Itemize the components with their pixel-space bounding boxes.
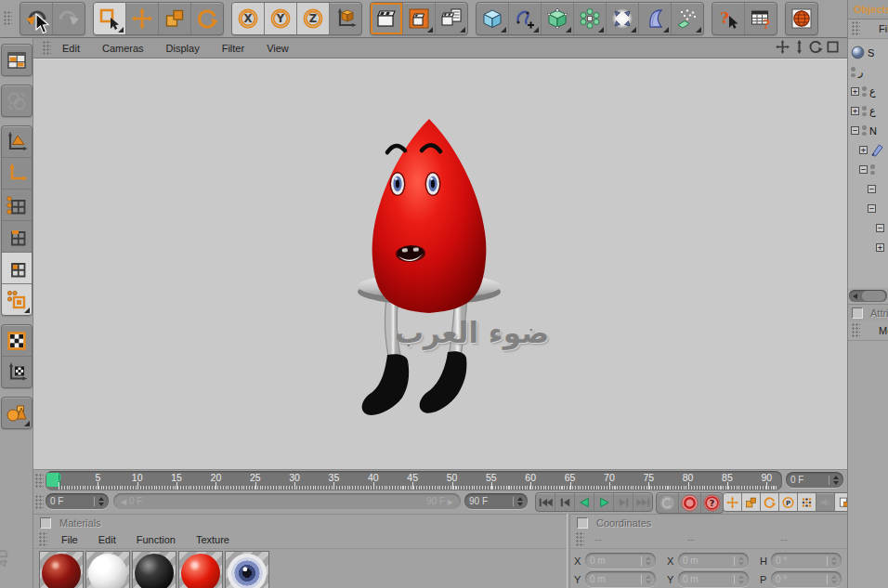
viewport-menu-cameras[interactable]: Cameras	[91, 43, 155, 54]
viewport-menu-display[interactable]: Display	[155, 43, 211, 54]
viewport-menu-view[interactable]: View	[255, 43, 300, 54]
coordinate-stepper[interactable]	[827, 575, 837, 584]
object-tree-row-3[interactable]: +ع	[848, 101, 888, 121]
object-tree-row-0[interactable]: S	[848, 43, 888, 62]
coordinate-stepper[interactable]	[827, 556, 837, 566]
polygons-mode-button[interactable]	[2, 252, 32, 283]
viewport-menu-edit[interactable]: Edit	[51, 43, 91, 54]
visibility-dots[interactable]	[862, 106, 867, 116]
collapse-icon[interactable]: −	[868, 185, 876, 193]
collapse-icon[interactable]: −	[868, 204, 876, 213]
visibility-dots[interactable]	[870, 164, 875, 175]
coordinate-input[interactable]: 0 m	[678, 553, 749, 568]
red-material-swatch[interactable]	[178, 551, 223, 588]
rotate-tool-button[interactable]	[190, 3, 223, 34]
texture-mode-button[interactable]	[2, 283, 32, 315]
collapse-icon[interactable]: −	[859, 165, 868, 174]
command-manager-button[interactable]: ?	[744, 3, 777, 34]
object-tree-row-1[interactable]: ر	[848, 62, 888, 82]
coordinate-stepper[interactable]	[734, 556, 744, 566]
black-material-swatch[interactable]	[132, 551, 176, 588]
coordinates-menu-grip[interactable]	[576, 532, 584, 547]
white-material-swatch[interactable]	[85, 551, 130, 588]
coordinate-input[interactable]: 0 m	[678, 571, 749, 587]
attributes-menu-mo[interactable]: Mo	[868, 325, 888, 336]
end-frame-stepper[interactable]	[513, 497, 523, 506]
coordinate-stepper[interactable]	[734, 575, 744, 584]
points-mode-button[interactable]	[2, 189, 32, 220]
coordinate-stepper[interactable]	[641, 556, 651, 566]
objects-menu-file[interactable]: File	[868, 23, 888, 34]
maximize-icon[interactable]	[826, 40, 840, 56]
object-tree-row-6[interactable]: −	[848, 160, 888, 179]
selection-tool-button[interactable]	[94, 3, 125, 34]
coordinate-system-button[interactable]	[329, 3, 361, 34]
end-frame-field[interactable]: 90 F	[464, 493, 528, 509]
materials-panel-checkbox[interactable]	[40, 517, 51, 529]
add-primitive-button[interactable]	[477, 3, 508, 34]
visibility-dots[interactable]	[862, 125, 867, 136]
materials-menu-edit[interactable]: Edit	[88, 534, 126, 545]
coordinate-input[interactable]: 0 m	[585, 553, 656, 568]
goto-start-button[interactable]	[536, 493, 555, 511]
toolbar-grip[interactable]	[4, 11, 12, 26]
play-forwards-button[interactable]	[594, 493, 613, 511]
visibility-dots[interactable]	[862, 86, 867, 97]
key-scale-button[interactable]	[741, 493, 760, 511]
key-parameter-button[interactable]: P	[778, 493, 797, 511]
z-axis-lock-button[interactable]: Z	[296, 3, 329, 34]
expand-icon[interactable]: +	[876, 243, 884, 252]
coordinates-column-1[interactable]: --	[687, 533, 694, 544]
frame-number-field[interactable]: 0 F	[46, 493, 109, 509]
object-name[interactable]: N	[869, 125, 877, 137]
model-mode-button[interactable]	[2, 126, 32, 157]
coordinates-column-2[interactable]: --	[780, 533, 787, 544]
render-settings-button[interactable]	[435, 3, 467, 34]
scrollbar-thumb[interactable]	[862, 291, 885, 301]
coordinate-input[interactable]: 0 °	[771, 553, 842, 568]
eye-material-swatch[interactable]	[225, 551, 269, 588]
context-help-button[interactable]: ?	[712, 3, 744, 34]
materials-menu-texture[interactable]: Texture	[186, 534, 240, 545]
object-tree-row-8[interactable]: −	[848, 199, 888, 218]
make-editable-button[interactable]	[2, 45, 32, 75]
frame-number-stepper[interactable]	[94, 497, 104, 506]
add-deformer-button[interactable]	[638, 3, 671, 34]
materials-menu-file[interactable]: File	[51, 534, 88, 545]
pan-icon[interactable]	[776, 40, 790, 56]
add-environment-button[interactable]	[671, 3, 703, 34]
add-spline-button[interactable]	[508, 3, 541, 34]
use-model-tool-button[interactable]	[2, 85, 32, 116]
preview-range-slider[interactable]: ◀ 0 F 90 F ▶	[113, 493, 461, 509]
x-axis-lock-button[interactable]: X	[232, 3, 264, 34]
record-keyframe-button[interactable]	[678, 493, 700, 513]
key-position-button[interactable]	[724, 493, 741, 511]
object-name[interactable]: S	[868, 47, 874, 59]
object-tree-row-7[interactable]: −	[848, 179, 888, 199]
viewport-menu-grip[interactable]	[43, 41, 51, 56]
previous-frame-button[interactable]	[555, 493, 574, 511]
attributes-menu-grip[interactable]	[852, 323, 860, 338]
selection-filter-button[interactable]	[2, 398, 32, 428]
object-tree-row-10[interactable]: +	[848, 238, 888, 257]
object-tree-row-2[interactable]: +ع	[848, 82, 888, 101]
materials-menu-function[interactable]: Function	[126, 534, 186, 545]
object-tree-row-4[interactable]: −N	[848, 121, 888, 140]
object-name[interactable]: ع	[869, 85, 876, 98]
next-frame-button[interactable]	[613, 493, 633, 511]
objects-menu-grip[interactable]	[852, 21, 860, 36]
viewport-menu-filter[interactable]: Filter	[211, 43, 255, 54]
texture-axis-mode-button[interactable]	[2, 356, 32, 387]
collapse-icon[interactable]: −	[876, 224, 884, 232]
coordinate-input[interactable]: 0 m	[585, 571, 656, 587]
timeline-ruler[interactable]: 051015202530354045505560657075808590	[46, 471, 782, 490]
expand-icon[interactable]: +	[859, 146, 868, 154]
frame-stepper[interactable]	[829, 476, 839, 485]
key-rotation-button[interactable]	[760, 493, 778, 511]
coordinate-input[interactable]: 0 °	[771, 571, 842, 587]
coordinates-panel-checkbox[interactable]	[577, 517, 588, 529]
current-frame-field[interactable]: 0 F	[786, 472, 843, 488]
y-axis-lock-button[interactable]: Y	[264, 3, 296, 34]
timeline-grip[interactable]	[35, 474, 44, 489]
object-axis-mode-button[interactable]	[2, 157, 32, 189]
